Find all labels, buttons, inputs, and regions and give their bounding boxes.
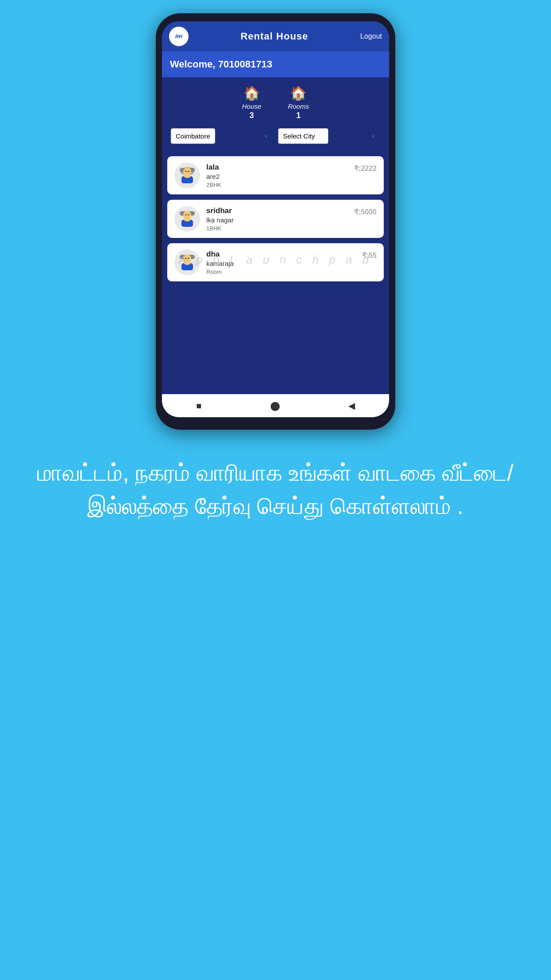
listing-name: sridhar	[206, 206, 348, 215]
listing-price: ₹:55	[362, 251, 377, 260]
svg-point-13	[188, 214, 189, 216]
district-dropdown-wrapper: Coimbatore Chennai Madurai	[171, 128, 273, 144]
phone-shell: RH Rental House Logout Welcome, 70100817…	[156, 13, 395, 430]
listing-type: Room	[206, 269, 356, 275]
rooms-icon: 🏠	[290, 85, 307, 101]
listing-card[interactable]: sridhar lka nagar 1BHK ₹:5000	[167, 200, 384, 238]
city-dropdown-wrapper: Select City RS Puram Gandhipuram	[278, 128, 380, 144]
back-button[interactable]: ◀	[348, 400, 355, 411]
home-button[interactable]: ⬤	[270, 400, 280, 411]
welcome-text: Welcome, 7010081713	[170, 59, 272, 70]
app-logo: RH	[169, 27, 189, 46]
listing-card[interactable]: dha kamaraja Room ₹:55	[167, 243, 384, 281]
welcome-bar: Welcome, 7010081713	[162, 51, 389, 77]
rooms-stat: 🏠 Rooms 1	[288, 85, 309, 120]
app-title: Rental House	[240, 31, 308, 42]
card-info: sridhar lka nagar 1BHK	[206, 206, 348, 232]
stats-area: 🏠 House 3 🏠 Rooms 1 Coimbatore Chennai M…	[162, 77, 389, 150]
rooms-value: 1	[296, 111, 301, 120]
stats-row: 🏠 House 3 🏠 Rooms 1	[171, 85, 380, 120]
bottom-nav: ■ ⬤ ◀	[162, 394, 389, 417]
tamil-text: மாவட்டம், நகரம் வாரியாக உங்கள் வாடகை வீட…	[27, 456, 524, 523]
svg-point-8	[184, 174, 191, 178]
tamil-section: மாவட்டம், நகரம் வாரியாக உங்கள் வாடகை வீட…	[0, 456, 551, 523]
city-dropdown[interactable]: Select City RS Puram Gandhipuram	[278, 128, 328, 144]
listing-address: lka nagar	[206, 216, 348, 224]
avatar	[174, 249, 200, 275]
svg-point-22	[184, 261, 191, 265]
avatar	[174, 206, 200, 232]
top-bar: RH Rental House Logout	[162, 21, 389, 51]
svg-point-19	[185, 258, 187, 259]
rooms-label: Rooms	[288, 103, 309, 110]
listing-price: ₹:2222	[354, 164, 377, 173]
listing-address: are2	[206, 173, 348, 180]
house-value: 3	[249, 111, 254, 120]
card-info: dha kamaraja Room	[206, 250, 356, 275]
card-info: lala are2 2BHK	[206, 163, 348, 188]
listing-name: lala	[206, 163, 348, 172]
dark-footer	[162, 336, 389, 394]
svg-point-6	[188, 171, 189, 172]
svg-point-20	[188, 258, 189, 259]
svg-point-5	[185, 171, 187, 172]
listing-address: kamaraja	[206, 260, 356, 267]
listing-type: 1BHK	[206, 225, 348, 232]
logout-button[interactable]: Logout	[360, 32, 382, 40]
listing-type: 2BHK	[206, 182, 348, 188]
listing-card[interactable]: lala are2 2BHK ₹:2222	[167, 156, 384, 194]
dropdowns-row: Coimbatore Chennai Madurai Select City R…	[171, 128, 380, 144]
house-icon: 🏠	[244, 85, 260, 101]
svg-point-12	[185, 214, 187, 216]
listing-name: dha	[206, 250, 356, 259]
avatar	[174, 162, 200, 188]
phone-screen: RH Rental House Logout Welcome, 70100817…	[162, 21, 389, 417]
listing-price: ₹:5000	[354, 208, 377, 216]
stop-button[interactable]: ■	[196, 401, 201, 411]
main-content: lala are2 2BHK ₹:2222	[162, 150, 389, 336]
svg-point-15	[184, 217, 191, 221]
house-label: House	[242, 103, 261, 110]
house-stat: 🏠 House 3	[242, 85, 261, 120]
district-dropdown[interactable]: Coimbatore Chennai Madurai	[171, 128, 215, 144]
